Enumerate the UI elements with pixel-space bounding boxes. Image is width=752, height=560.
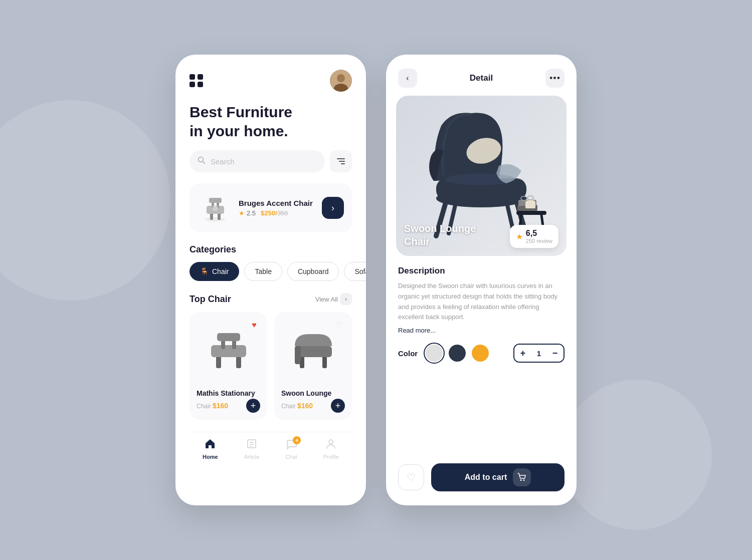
- svg-point-5: [205, 217, 225, 221]
- bottom-navigation: Home Article 4: [190, 432, 352, 470]
- wishlist-heart-swoon[interactable]: ♡: [332, 318, 346, 332]
- detail-page-title: Detail: [470, 73, 493, 83]
- search-box[interactable]: Search: [190, 150, 325, 172]
- nav-home[interactable]: Home: [203, 438, 218, 460]
- category-table[interactable]: Table: [244, 262, 282, 281]
- quantity-increment[interactable]: +: [514, 345, 531, 362]
- more-options-button[interactable]: •••: [545, 69, 565, 88]
- featured-product-image: [198, 190, 233, 225]
- product-hero-image: Swoon Lounge Chair ★ 6,5 250 review: [396, 96, 567, 256]
- svg-rect-42: [525, 202, 535, 208]
- cupboard-cat-label: Cupboard: [298, 267, 329, 275]
- color-label: Color: [398, 349, 418, 358]
- featured-product-price: $250/350: [261, 209, 288, 217]
- product-card-mathis: ♥ Mathis Stationary Chair $16: [190, 312, 267, 420]
- rating-star-icon: ★: [516, 232, 523, 241]
- back-button[interactable]: ‹: [398, 69, 417, 88]
- swoon-product-price: $160: [297, 402, 313, 410]
- featured-product-card: Bruges Accent Chair ★ 2.5 $250/350 ›: [190, 183, 352, 232]
- table-cat-label: Table: [255, 267, 271, 275]
- top-chair-header: Top Chair View All ›: [190, 293, 352, 305]
- search-row: Search: [190, 150, 352, 172]
- svg-rect-22: [295, 346, 301, 364]
- quantity-control: + 1 −: [513, 344, 565, 363]
- mathis-add-button[interactable]: +: [246, 399, 260, 413]
- svg-rect-11: [209, 198, 222, 203]
- product-hero-name: Swoon Lounge Chair: [404, 222, 476, 248]
- mathis-product-name: Mathis Stationary: [197, 389, 260, 397]
- product-rating-pill: ★ 6,5 250 review: [510, 225, 558, 248]
- filter-button[interactable]: [330, 150, 352, 172]
- products-row: ♥ Mathis Stationary Chair $16: [190, 312, 352, 420]
- search-placeholder: Search: [211, 157, 235, 166]
- featured-arrow-button[interactable]: ›: [322, 197, 344, 219]
- rating-score: 6,5: [526, 229, 537, 237]
- svg-point-44: [527, 196, 533, 200]
- svg-point-27: [329, 440, 333, 444]
- home-screen: Best Furniture in your home. Search: [175, 55, 366, 505]
- chair-cat-label: Chair: [212, 267, 229, 275]
- chat-nav-icon: 4: [286, 438, 297, 452]
- home-nav-label: Home: [203, 454, 218, 460]
- svg-point-1: [337, 74, 345, 82]
- home-nav-icon: [205, 438, 216, 452]
- profile-nav-icon: [325, 438, 336, 452]
- nav-article[interactable]: Article: [244, 438, 260, 460]
- home-header: [190, 70, 352, 92]
- star-icon: ★: [239, 209, 245, 217]
- featured-product-info: Bruges Accent Chair ★ 2.5 $250/350: [239, 199, 316, 217]
- detail-header: ‹ Detail •••: [386, 55, 577, 96]
- profile-nav-label: Profile: [323, 454, 339, 460]
- quantity-value: 1: [531, 349, 546, 358]
- svg-rect-18: [217, 333, 240, 341]
- detail-body: Description Designed the Swoon chair wit…: [386, 266, 577, 456]
- read-more-link[interactable]: Read more...: [398, 327, 436, 334]
- color-swatch-gold[interactable]: [472, 345, 489, 362]
- article-nav-icon: [246, 438, 257, 452]
- color-swatch-white[interactable]: [426, 345, 443, 362]
- hero-title: Best Furniture in your home.: [190, 103, 352, 140]
- mathis-product-category: Chair: [197, 403, 213, 410]
- featured-product-rating: ★ 2.5 $250/350: [239, 209, 316, 217]
- nav-profile[interactable]: Profile: [323, 438, 339, 460]
- color-quantity-row: Color + 1 −: [398, 344, 565, 363]
- product-card-swoon: ♡ Swoon Lounge Chair $160: [274, 312, 352, 420]
- svg-point-46: [520, 479, 522, 481]
- cart-icon: [513, 468, 531, 486]
- category-sofa[interactable]: Sofa: [344, 262, 366, 281]
- view-all-arrow-icon: ›: [340, 293, 352, 305]
- chat-nav-label: Chat: [285, 454, 297, 460]
- user-avatar[interactable]: [330, 70, 352, 92]
- detail-screen: ‹ Detail •••: [386, 55, 577, 505]
- swoon-product-category: Chair: [281, 403, 297, 410]
- chat-badge: 4: [293, 436, 301, 444]
- menu-icon[interactable]: [190, 74, 204, 87]
- color-swatch-dark[interactable]: [449, 345, 466, 362]
- svg-point-47: [523, 479, 525, 481]
- category-cupboard[interactable]: Cupboard: [287, 262, 339, 281]
- description-text: Designed the Swoon chair with luxurious …: [398, 281, 565, 323]
- chair-cat-icon: 🪑: [200, 267, 209, 275]
- article-nav-label: Article: [244, 454, 260, 460]
- categories-title: Categories: [190, 244, 352, 255]
- top-chair-title: Top Chair: [190, 294, 231, 305]
- detail-footer: ♡ Add to cart: [386, 456, 577, 505]
- swoon-product-bottom: Chair $160 +: [281, 399, 345, 413]
- categories-row: 🪑 Chair Table Cupboard Sofa: [190, 262, 352, 281]
- category-chair[interactable]: 🪑 Chair: [190, 262, 239, 281]
- wishlist-button[interactable]: ♡: [398, 464, 424, 490]
- search-icon: [198, 156, 206, 166]
- quantity-decrement[interactable]: −: [546, 345, 563, 362]
- add-to-cart-button[interactable]: Add to cart: [431, 463, 565, 491]
- mathis-product-bottom: Chair $160 +: [197, 399, 260, 413]
- nav-chat[interactable]: 4 Chat: [285, 438, 297, 460]
- view-all-button[interactable]: View All ›: [315, 293, 352, 305]
- wishlist-heart-mathis[interactable]: ♥: [247, 318, 261, 332]
- heart-outline-icon: ♡: [407, 471, 416, 483]
- svg-line-4: [203, 162, 205, 164]
- filter-icon: [337, 158, 345, 164]
- swoon-product-name: Swoon Lounge: [281, 389, 345, 397]
- svg-rect-15: [211, 345, 246, 357]
- description-title: Description: [398, 266, 565, 276]
- swoon-add-button[interactable]: +: [331, 399, 345, 413]
